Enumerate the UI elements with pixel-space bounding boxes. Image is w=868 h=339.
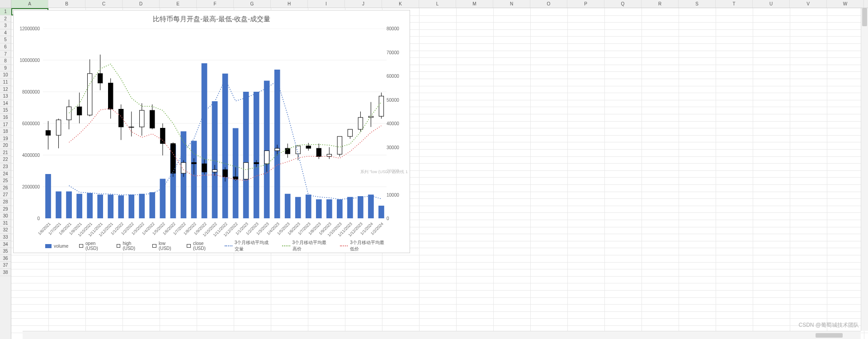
row-header[interactable]: 2 [0,15,11,23]
row-header[interactable]: 11 [0,79,11,86]
row-header[interactable]: 31 [0,220,11,227]
volume-bar [76,194,82,218]
column-header[interactable]: C [85,0,123,8]
row-header[interactable]: 34 [0,241,11,248]
column-header[interactable]: E [160,0,197,8]
candlestick [275,148,279,151]
y-tick-right: 0 [387,216,389,221]
column-header[interactable]: P [567,0,604,8]
volume-bar [212,101,218,218]
volume-bar [222,74,228,218]
column-header[interactable]: N [493,0,530,8]
candlestick [66,107,71,120]
row-header[interactable]: 14 [0,100,11,107]
column-header[interactable]: I [308,0,345,8]
row-header[interactable]: 15 [0,107,11,114]
candlestick [150,110,155,128]
row-header[interactable]: 6 [0,43,11,51]
row-header[interactable]: 7 [0,51,11,58]
column-header[interactable]: O [530,0,567,8]
column-header[interactable]: S [679,0,716,8]
candlestick [348,129,352,137]
column-header[interactable]: T [716,0,753,8]
volume-bar [337,199,343,218]
row-header[interactable]: 9 [0,65,11,72]
row-header[interactable]: 4 [0,29,11,37]
vertical-scrollbar[interactable] [861,8,868,331]
embedded-chart[interactable]: 比特币每月开盘-最高-最低-收盘-成交量 0200000040000006000… [13,10,410,253]
row-header[interactable]: 26 [0,184,11,192]
column-header[interactable]: R [642,0,679,8]
volume-bar [295,197,301,218]
column-header[interactable]: G [234,0,271,8]
y-axis-right: 0100002000030000400005000060000700008000… [385,28,410,218]
row-header[interactable]: 17 [0,121,11,128]
chart-title: 比特币每月开盘-最高-最低-收盘-成交量 [14,15,410,24]
x-axis: 1/6/20211/7/20211/8/20211/9/20211/10/202… [43,221,387,239]
row-header[interactable]: 10 [0,71,11,79]
scrollbar-thumb[interactable] [816,333,843,338]
column-header[interactable]: D [123,0,160,8]
y-tick-right: 10000 [387,192,399,197]
volume-bar [306,195,311,219]
row-header[interactable]: 32 [0,226,11,234]
volume-bar [254,92,259,218]
legend-swatch [152,244,156,248]
row-header[interactable]: 35 [0,248,11,255]
column-header[interactable]: H [271,0,308,8]
row-header[interactable]: 1 [0,8,11,15]
column-header[interactable]: J [345,0,382,8]
candlestick [306,146,311,148]
row-header[interactable]: 38 [0,269,11,276]
row-header[interactable]: 19 [0,135,11,142]
row-header[interactable]: 25 [0,177,11,184]
row-header[interactable]: 22 [0,156,11,163]
row-header[interactable]: 18 [0,128,11,135]
legend-label: high (USD) [123,241,142,251]
column-header[interactable]: B [48,0,85,8]
row-header[interactable]: 33 [0,234,11,241]
row-header[interactable]: 24 [0,170,11,178]
column-header[interactable]: W [827,0,864,8]
column-header[interactable]: V [790,0,827,8]
row-header[interactable]: 27 [0,191,11,198]
row-header[interactable]: 16 [0,114,11,121]
row-header[interactable]: 12 [0,86,11,93]
select-all-corner[interactable] [0,0,11,8]
row-header[interactable]: 30 [0,212,11,220]
row-header[interactable]: 29 [0,206,11,213]
candlestick [368,116,373,118]
legend-item: high (USD) [117,241,142,251]
candlestick [254,163,259,164]
candlestick [192,163,196,164]
column-header[interactable]: U [753,0,790,8]
row-header[interactable]: 37 [0,262,11,269]
candlestick [56,120,61,135]
row-header[interactable]: 3 [0,22,11,29]
column-header[interactable]: A [11,0,48,8]
row-header[interactable]: 8 [0,57,11,65]
column-header[interactable]: F [197,0,234,8]
row-header[interactable]: 20 [0,142,11,149]
row-header[interactable]: 21 [0,149,11,156]
volume-bar [191,141,197,219]
legend-swatch [79,244,83,248]
row-header[interactable]: 5 [0,36,11,43]
scrollbar-thumb[interactable] [862,8,867,26]
legend-item: open (USD) [79,241,105,251]
y-tick-left: 6000000 [22,121,40,126]
volume-bar [118,195,124,218]
column-header[interactable]: L [419,0,456,8]
plot-area: 系列 "low (USD)" 趋势线 1 [43,28,387,218]
row-header[interactable]: 28 [0,198,11,206]
watermark: CSDN @葡萄城技术团队 [798,321,859,329]
horizontal-scrollbar[interactable] [23,331,861,339]
row-header[interactable]: 13 [0,93,11,100]
row-header[interactable]: 36 [0,255,11,262]
column-header[interactable]: Q [604,0,642,8]
column-header[interactable]: K [382,0,419,8]
column-header[interactable]: M [456,0,493,8]
cell-grid[interactable]: 比特币每月开盘-最高-最低-收盘-成交量 0200000040000006000… [11,8,868,339]
row-header[interactable]: 23 [0,163,11,170]
y-tick-right: 30000 [387,145,399,150]
